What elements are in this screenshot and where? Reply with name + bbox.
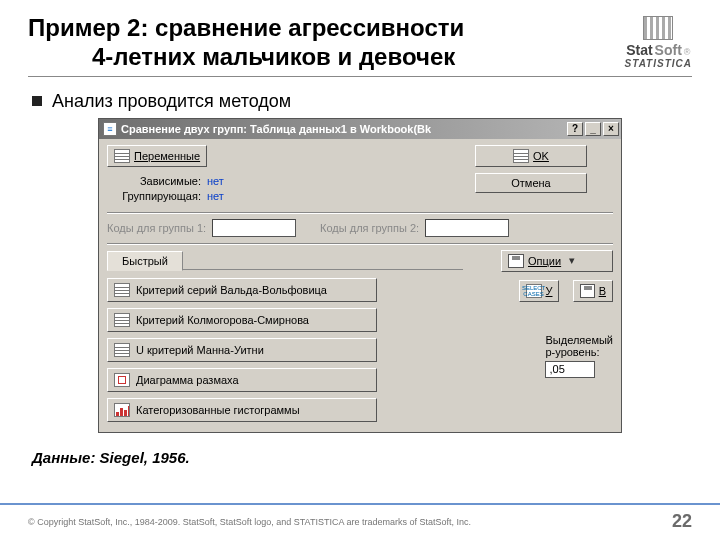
code2-label: Коды для группы 2: [320, 222, 419, 234]
bullet-text: Анализ проводится методом [52, 91, 291, 112]
dependent-value: нет [207, 175, 224, 187]
plevel-input[interactable]: ,05 [545, 361, 595, 378]
logo-icon [643, 16, 673, 40]
weighted-label: В [599, 285, 606, 297]
app-icon: ≡ [103, 122, 117, 136]
grouping-value: нет [207, 190, 224, 202]
floppy-icon [508, 254, 524, 268]
plevel-label-1: Выделяемый [545, 334, 613, 346]
select-cases-label: У [546, 285, 553, 297]
tab-quick[interactable]: Быстрый [107, 251, 183, 271]
boxplot-label: Диаграмма размаха [136, 374, 239, 386]
statsoft-logo: StatSoft® STATISTICA [625, 16, 692, 69]
logo-brand-2: Soft [655, 42, 682, 58]
ks-label: Критерий Колмогорова-Смирнова [136, 314, 309, 326]
logo-brand-1: Stat [626, 42, 652, 58]
page-number: 22 [672, 511, 692, 532]
grouping-label: Группирующая: [113, 190, 201, 202]
code1-label: Коды для группы 1: [107, 222, 206, 234]
slide-title-2: 4-летних мальчиков и девочек [28, 43, 625, 72]
hist-label: Категоризованные гистограммы [136, 404, 300, 416]
cancel-button[interactable]: Отмена [475, 173, 587, 193]
logo-subtitle: STATISTICA [625, 58, 692, 69]
help-button[interactable]: ? [567, 122, 583, 136]
window-title: Сравнение двух групп: Таблица данных1 в … [121, 123, 567, 135]
code2-input[interactable] [425, 219, 509, 237]
wald-label: Критерий серий Вальда-Вольфовица [136, 284, 327, 296]
variables-button[interactable]: Переменные [107, 145, 207, 167]
chevron-down-icon: ▾ [565, 254, 579, 267]
wald-wolfowitz-button[interactable]: Критерий серий Вальда-Вольфовица [107, 278, 377, 302]
dialog-window: ≡ Сравнение двух групп: Таблица данных1 … [98, 118, 622, 433]
options-label: Опции [528, 255, 561, 267]
stack-icon [114, 149, 130, 163]
copyright: © Copyright StatSoft, Inc., 1984-2009. S… [28, 517, 471, 527]
code1-input[interactable] [212, 219, 296, 237]
ok-label: OK [533, 150, 549, 162]
titlebar[interactable]: ≡ Сравнение двух групп: Таблица данных1 … [99, 119, 621, 139]
plevel-label-2: р-уровень: [545, 346, 613, 358]
mw-label: U критерий Манна-Уитни [136, 344, 264, 356]
stack-icon [114, 283, 130, 297]
stack-icon [513, 149, 529, 163]
kolmogorov-smirnov-button[interactable]: Критерий Колмогорова-Смирнова [107, 308, 377, 332]
slide-title-1: Пример 2: сравнение агрессивности [28, 14, 625, 43]
logo-tm: ® [684, 47, 691, 57]
boxplot-button[interactable]: Диаграмма размаха [107, 368, 377, 392]
histogram-icon [114, 403, 130, 417]
select-cases-icon: SELECT CASES [526, 284, 542, 298]
weighted-button[interactable]: В [573, 280, 613, 302]
histograms-button[interactable]: Категоризованные гистограммы [107, 398, 377, 422]
minimize-button[interactable]: _ [585, 122, 601, 136]
stack-icon [114, 313, 130, 327]
weight-icon [580, 284, 595, 298]
ok-button[interactable]: OK [475, 145, 587, 167]
boxplot-icon [114, 373, 130, 387]
mann-whitney-button[interactable]: U критерий Манна-Уитни [107, 338, 377, 362]
options-button[interactable]: Опции ▾ [501, 250, 613, 272]
cancel-label: Отмена [511, 177, 550, 189]
select-cases-button[interactable]: SELECT CASES У [519, 280, 559, 302]
data-source: Данные: Siegel, 1956. [32, 449, 692, 466]
variables-label: Переменные [134, 150, 200, 162]
bullet-icon [32, 96, 42, 106]
stack-icon [114, 343, 130, 357]
close-button[interactable]: × [603, 122, 619, 136]
dependent-label: Зависимые: [113, 175, 201, 187]
